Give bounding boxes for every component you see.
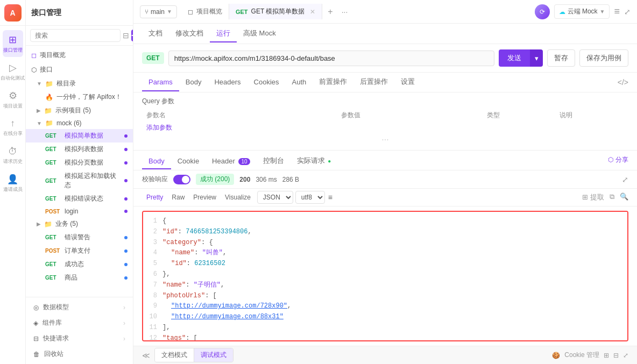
col-param-value: 参数值 (337, 109, 483, 122)
expand-icon[interactable]: ⤢ (624, 8, 631, 16)
response-tab-console[interactable]: 控制台 (257, 153, 291, 170)
extract-icon[interactable]: ⊞ 提取 (582, 192, 604, 202)
debug-mode-button[interactable]: 调试模式 (194, 348, 233, 362)
params-tab-auth[interactable]: Auth (286, 74, 313, 91)
format-tab-raw[interactable]: Raw (167, 192, 189, 203)
menu-button[interactable]: ≡ (614, 6, 620, 17)
code-view-icon[interactable]: </> (618, 78, 628, 87)
tab-overview[interactable]: ◻ 项目概览 (181, 4, 229, 19)
header-count-badge: 10 (238, 158, 250, 165)
sidebar-icon-interface[interactable]: ⊞ 接口管理 (3, 30, 23, 57)
header-tab-label: Header (212, 157, 235, 165)
save-example-button[interactable]: 保存为用例 (579, 49, 628, 67)
cookie-mgr-label[interactable]: Cookie 管理 (564, 351, 599, 360)
bottom-item-trash[interactable]: 🗑 回收站 (26, 346, 133, 362)
tree-item-mock-error[interactable]: GET 模拟错误状态 (26, 192, 133, 205)
response-tab-body[interactable]: Body (142, 154, 171, 169)
search-code-icon[interactable]: 🔍 (620, 192, 628, 202)
tree-item-overview[interactable]: ◻ 项目概览 (26, 48, 133, 62)
format-tab-visualize[interactable]: Visualize (221, 192, 255, 203)
tree-item-mock-list[interactable]: GET 模拟列表数据 (26, 142, 133, 156)
cloud-label: 云端 Mock (568, 7, 598, 16)
url-input[interactable] (168, 51, 494, 66)
cloud-mock-btn[interactable]: ☁ 云端 Mock ▼ (554, 4, 610, 19)
list-view-icon[interactable]: ≡ (325, 191, 336, 203)
tree-item-error-warn[interactable]: GET 错误警告 (26, 231, 133, 244)
params-tab-params[interactable]: Params (142, 74, 179, 91)
subnav-docs[interactable]: 文档 (142, 25, 169, 42)
send-arrow-button[interactable]: ▾ (530, 49, 543, 67)
tree-folder-business[interactable]: ▶ 📁 业务 (5) (26, 217, 133, 231)
bottom-item-datamodel[interactable]: ◎ 数据模型 › (26, 299, 133, 315)
encoding-select[interactable]: utf8 (295, 191, 325, 204)
dot-list (124, 148, 128, 151)
response-tab-actual[interactable]: 实际请求 ● (291, 153, 338, 170)
tree-folder-interface[interactable]: ⬡ 接口 (26, 62, 133, 77)
tab-add-button[interactable]: + (322, 4, 338, 20)
tree-item-mock-delay[interactable]: GET 模拟延迟和加载状态 (26, 169, 133, 192)
params-tab-body[interactable]: Body (179, 74, 208, 91)
format-tab-pretty[interactable]: Pretty (142, 192, 167, 203)
send-button[interactable]: 发送 (499, 49, 530, 67)
sidebar-icon-history[interactable]: ⏱ 请求历史 (3, 142, 23, 169)
tree-item-mock-simple[interactable]: GET 模拟简单数据 (26, 129, 133, 142)
filter-icon[interactable]: ⊟ (123, 31, 129, 40)
response-tab-cookie[interactable]: Cookie (171, 154, 206, 169)
success-badge: 成功 (200) (196, 174, 234, 185)
tree-item-apifox[interactable]: 🔥 一分钟，了解 Apifox！ (26, 90, 133, 104)
sync-icon[interactable]: ⟳ (535, 4, 550, 19)
stat-time: 306 ms (256, 176, 277, 183)
sidebar-icon-share[interactable]: ↑ 在线分享 (3, 114, 23, 141)
tab-more-button[interactable]: ··· (338, 4, 351, 19)
temp-save-button[interactable]: 暂存 (547, 49, 575, 67)
response-tab-header[interactable]: Header 10 (206, 154, 256, 169)
tree-item-order[interactable]: POST 订单支付 (26, 244, 133, 258)
format-tab-preview[interactable]: Preview (189, 192, 221, 203)
tree-folder-mock[interactable]: ▼ 📁 mock (6) (26, 117, 133, 129)
search-input[interactable] (30, 29, 121, 42)
overview-icon: ◻ (31, 52, 37, 59)
apifox-label: 一分钟，了解 Apifox！ (56, 92, 122, 102)
components-arrow: › (123, 319, 125, 327)
tree-item-product[interactable]: GET 商品 (26, 271, 133, 284)
copy-icon[interactable]: ⧉ (610, 192, 614, 202)
subnav-run[interactable]: 运行 (210, 25, 237, 42)
sidebar-icon-auto[interactable]: ▷ 自动化测试 (3, 58, 23, 85)
doc-mode-button[interactable]: 文档模式 (155, 348, 194, 362)
params-tab-cookies[interactable]: Cookies (247, 74, 286, 91)
expand-response-icon[interactable]: ⤢ (622, 175, 628, 184)
business-folder-icon: 📁 (44, 220, 52, 228)
sidebar-icon-invite[interactable]: 👤 邀请成员 (3, 170, 23, 197)
fire-icon: 🔥 (45, 94, 53, 101)
subnav-edit-docs[interactable]: 修改文档 (169, 25, 210, 42)
tree-item-login[interactable]: POST login (26, 205, 133, 217)
share-button[interactable]: ⬡ 分享 (608, 155, 628, 168)
tree-folder-example[interactable]: ▶ 📁 示例项目 (5) (26, 104, 133, 117)
dot-product (124, 276, 128, 280)
bottom-icon-2[interactable]: ⊟ (613, 352, 619, 359)
bottom-item-components[interactable]: ◈ 组件库 › (26, 315, 133, 331)
tree-item-mock-page[interactable]: GET 模拟分页数据 (26, 156, 133, 169)
params-tab-pre[interactable]: 前置操作 (313, 73, 353, 92)
params-tab-settings[interactable]: 设置 (394, 73, 421, 92)
tab-close-icon[interactable]: ✕ (310, 8, 315, 16)
bottom-icon-1[interactable]: ⊞ (604, 352, 609, 359)
params-tab-headers[interactable]: Headers (208, 74, 247, 91)
error-label: 模拟错误状态 (65, 194, 103, 203)
subnav-advanced-mock[interactable]: 高级 Mock (237, 25, 282, 42)
validate-toggle[interactable] (173, 175, 190, 184)
prev-nav-button[interactable]: ≪ (142, 351, 150, 360)
tab-current[interactable]: GET GET 模拟简单数据 ✕ (229, 4, 322, 19)
tree-item-success[interactable]: GET 成功态 (26, 258, 133, 271)
bottom-item-quick[interactable]: ⊟ 快捷请求 › (26, 331, 133, 346)
get-badge-simple: GET (45, 133, 61, 139)
branch-selector[interactable]: ⑂ main ▼ (140, 5, 177, 18)
get-badge-page: GET (45, 160, 61, 166)
sidebar-icon-settings[interactable]: ⚙ 项目设置 (3, 86, 23, 113)
json-format-select[interactable]: JSON (257, 191, 293, 204)
params-tab-post[interactable]: 后置操作 (353, 73, 394, 92)
bottom-icon-3[interactable]: ⤢ (623, 352, 628, 359)
add-param-button[interactable]: 添加参数 (146, 124, 172, 131)
lc-7: "name": "子明信", (162, 280, 224, 291)
tree-folder-root[interactable]: ▼ 📁 根目录 (26, 77, 133, 90)
